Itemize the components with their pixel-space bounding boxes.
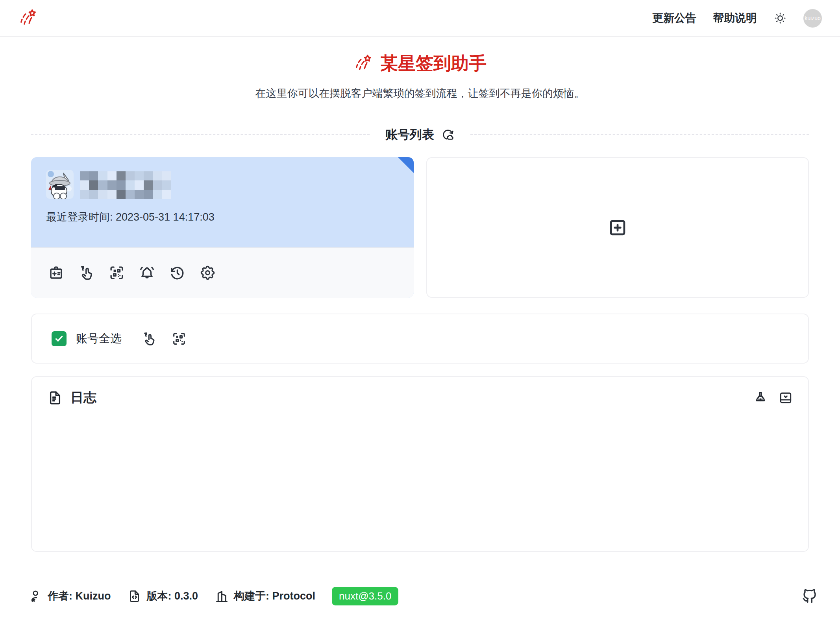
file-text-icon — [47, 390, 63, 406]
page-subtitle: 在这里你可以在摆脱客户端繁琐的签到流程，让签到不再是你的烦恼。 — [0, 86, 840, 100]
log-actions — [753, 390, 793, 405]
bell-icon[interactable] — [139, 264, 155, 281]
batch-actions — [141, 331, 187, 347]
account-name-redacted — [80, 171, 171, 199]
log-card: 日志 — [31, 376, 809, 552]
qr-scan-icon[interactable] — [171, 331, 187, 347]
account-action-bar — [31, 247, 414, 298]
divider-line — [470, 134, 809, 135]
main-content: 账号列表 — [0, 126, 840, 552]
id-badge-add-icon[interactable] — [48, 264, 65, 281]
footer-built-with: 构建于: Protocol — [215, 589, 315, 603]
account-avatar — [46, 170, 74, 199]
tap-sign-icon[interactable] — [141, 331, 157, 347]
user-avatar[interactable]: kuizuo — [803, 9, 822, 28]
broom-clear-icon[interactable] — [753, 390, 768, 405]
select-all-label[interactable]: 账号全选 — [76, 331, 122, 347]
footer-version-text: 版本: 0.3.0 — [146, 589, 198, 603]
account-cards: 最近登录时间: 2023-05-31 14:17:03 — [31, 157, 809, 298]
last-login-time: 最近登录时间: 2023-05-31 14:17:03 — [46, 210, 399, 224]
footer-author: 作者: Kuizuo — [28, 589, 111, 603]
navbar-actions: 更新公告 帮助说明 kuizuo — [652, 9, 822, 28]
footer-built-with-text: 构建于: Protocol — [234, 589, 315, 603]
account-card-main: 最近登录时间: 2023-05-31 14:17:03 — [31, 157, 414, 247]
log-header: 日志 — [47, 389, 793, 407]
nav-link-update-notice[interactable]: 更新公告 — [652, 11, 696, 26]
building-icon — [215, 589, 229, 603]
add-account-card[interactable] — [426, 157, 809, 298]
selected-corner-badge — [398, 157, 414, 173]
settings-icon[interactable] — [199, 264, 216, 281]
cloud-sync-icon[interactable] — [441, 128, 455, 141]
navbar: 更新公告 帮助说明 kuizuo — [0, 0, 840, 37]
log-body — [47, 407, 793, 539]
tap-sign-icon[interactable] — [78, 264, 95, 281]
select-all-card: 账号全选 — [31, 314, 809, 364]
footer-author-text: 作者: Kuizuo — [48, 589, 111, 603]
nav-link-help[interactable]: 帮助说明 — [713, 11, 757, 26]
footer: 作者: Kuizuo 版本: 0.3.0 构建于: Protocol — [0, 571, 840, 620]
footer-info: 作者: Kuizuo 版本: 0.3.0 构建于: Protocol — [28, 587, 398, 605]
nuxt-version-badge: nuxt@3.5.0 — [332, 587, 398, 605]
theme-toggle-sun-icon[interactable] — [773, 11, 787, 25]
divider-line — [31, 134, 370, 135]
account-card[interactable]: 最近登录时间: 2023-05-31 14:17:03 — [31, 157, 414, 298]
select-all-checkbox[interactable] — [52, 331, 67, 346]
log-title: 日志 — [47, 389, 96, 407]
shooting-star-icon — [353, 53, 374, 74]
file-code-icon — [127, 589, 142, 603]
qr-scan-icon[interactable] — [108, 264, 125, 281]
archive-box-icon[interactable] — [778, 390, 793, 405]
page-title: 某星签到助手 — [0, 52, 840, 75]
plus-square-icon — [607, 217, 628, 238]
footer-version: 版本: 0.3.0 — [127, 589, 198, 603]
log-title-text: 日志 — [70, 389, 96, 407]
hero: 某星签到助手 在这里你可以在摆脱客户端繁琐的签到流程，让签到不再是你的烦恼。 — [0, 52, 840, 100]
account-list-title: 账号列表 — [385, 126, 455, 143]
account-list-title-text: 账号列表 — [385, 126, 434, 143]
page-title-text: 某星签到助手 — [380, 52, 487, 75]
github-icon[interactable] — [801, 588, 818, 604]
user-star-icon — [28, 589, 43, 603]
history-icon[interactable] — [169, 264, 186, 281]
account-list-divider: 账号列表 — [31, 126, 809, 143]
shooting-star-logo-icon[interactable] — [18, 8, 39, 28]
